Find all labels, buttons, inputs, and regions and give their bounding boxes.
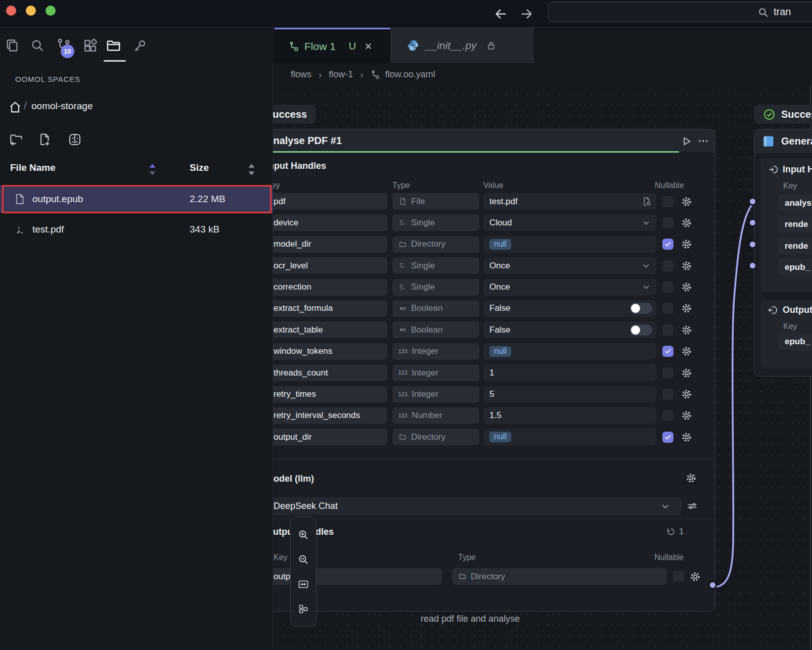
- zoom-in-button[interactable]: [297, 528, 310, 541]
- value-select[interactable]: Once: [483, 279, 656, 296]
- key-field[interactable]: window_tokens: [273, 343, 387, 360]
- flow-canvas[interactable]: Success Analyse PDF #1 Input Handles Key…: [273, 86, 812, 650]
- model-tune-button[interactable]: [686, 500, 698, 512]
- home-button[interactable]: [8, 100, 22, 114]
- nullable-checkbox[interactable]: [662, 367, 673, 379]
- close-tab-button[interactable]: [364, 42, 373, 51]
- nullable-checkbox[interactable]: [662, 196, 673, 207]
- key-field[interactable]: ocr_level: [273, 257, 387, 274]
- gear-icon[interactable]: [681, 388, 693, 400]
- gear-icon[interactable]: [685, 472, 697, 484]
- model-select[interactable]: DeepSeek Chat: [273, 497, 682, 515]
- fit-view-button[interactable]: [297, 578, 310, 591]
- gear-icon[interactable]: [681, 431, 693, 443]
- tab-flow-1[interactable]: Flow 1 U: [275, 28, 390, 63]
- reveal-in-finder-button[interactable]: [67, 131, 83, 148]
- back-button[interactable]: [491, 5, 510, 23]
- nullable-checkbox[interactable]: [662, 239, 673, 250]
- new-file-button[interactable]: [36, 131, 53, 148]
- input-handle-dot[interactable]: [748, 197, 757, 206]
- column-header-filename[interactable]: File Name: [10, 162, 56, 173]
- nullable-checkbox[interactable]: [673, 571, 684, 582]
- key-field[interactable]: pdf: [273, 193, 387, 210]
- gear-icon[interactable]: [681, 196, 693, 208]
- maximize-window-button[interactable]: [46, 6, 56, 16]
- input-field[interactable]: analys: [778, 195, 812, 211]
- gear-icon[interactable]: [681, 409, 693, 422]
- key-field[interactable]: extract_formula: [273, 300, 387, 317]
- gear-icon[interactable]: [689, 571, 701, 583]
- input-handle-dot[interactable]: [748, 218, 757, 227]
- key-field[interactable]: output_dir: [273, 429, 387, 445]
- key-field[interactable]: retry_times: [273, 386, 387, 403]
- output-handle-dot[interactable]: [708, 581, 717, 589]
- activity-search-button[interactable]: [28, 36, 47, 55]
- key-field[interactable]: threads_count: [273, 364, 387, 381]
- activity-pages-button[interactable]: [3, 36, 21, 55]
- input-field[interactable]: epub_: [778, 259, 812, 275]
- nullable-checkbox[interactable]: [662, 217, 673, 228]
- gear-icon[interactable]: [681, 281, 693, 293]
- global-search-input[interactable]: tran: [548, 2, 812, 22]
- file-picker-icon[interactable]: [641, 196, 652, 207]
- close-window-button[interactable]: [6, 6, 16, 16]
- breadcrumb-item-flow-yaml[interactable]: flow.oo.yaml: [385, 69, 435, 80]
- run-node-button[interactable]: [680, 134, 693, 148]
- activity-files-button[interactable]: [104, 36, 122, 55]
- file-row-test-pdf[interactable]: test.pdf 343 kB: [0, 216, 273, 243]
- breadcrumb-item-flow-1[interactable]: flow-1: [329, 69, 353, 80]
- key-field[interactable]: correction: [273, 279, 387, 296]
- node-generate[interactable]: Genera Input H Key analys rende rende ep…: [754, 129, 812, 377]
- current-folder-label[interactable]: oomol-storage: [31, 101, 93, 112]
- value-field[interactable]: null: [483, 236, 656, 253]
- forward-button[interactable]: [517, 5, 535, 23]
- gear-icon[interactable]: [681, 324, 693, 336]
- value-field[interactable]: 1.5: [483, 407, 656, 424]
- key-field[interactable]: retry_interval_seconds: [273, 407, 387, 424]
- file-row-output-epub[interactable]: output.epub 2.22 MB: [0, 185, 273, 213]
- handle-history-button[interactable]: 1: [666, 527, 684, 537]
- value-field[interactable]: 5: [483, 386, 656, 403]
- gear-icon[interactable]: [681, 238, 693, 250]
- gear-icon[interactable]: [681, 260, 693, 272]
- key-field[interactable]: device: [273, 214, 387, 231]
- value-field[interactable]: null: [483, 429, 656, 445]
- node-more-button[interactable]: [697, 134, 710, 148]
- input-handle-dot[interactable]: [748, 240, 757, 249]
- value-select[interactable]: Cloud: [483, 214, 656, 231]
- nullable-checkbox[interactable]: [662, 346, 673, 357]
- nullable-checkbox[interactable]: [662, 303, 673, 314]
- nullable-checkbox[interactable]: [662, 410, 673, 421]
- auto-layout-button[interactable]: [297, 602, 310, 616]
- value-field[interactable]: 1: [483, 364, 656, 381]
- key-field[interactable]: extract_table: [273, 321, 387, 338]
- gear-icon[interactable]: [681, 367, 693, 379]
- input-handle-dot[interactable]: [748, 261, 757, 270]
- input-field[interactable]: rende: [778, 238, 812, 254]
- tab-init-py[interactable]: __init__.py: [390, 28, 534, 63]
- minimize-window-button[interactable]: [26, 6, 36, 16]
- column-header-size[interactable]: Size: [190, 162, 209, 173]
- activity-secrets-button[interactable]: [130, 36, 149, 55]
- input-field[interactable]: rende: [778, 216, 812, 233]
- zoom-out-button[interactable]: [297, 553, 310, 566]
- nullable-checkbox[interactable]: [662, 282, 673, 293]
- nullable-checkbox[interactable]: [662, 260, 673, 271]
- gear-icon[interactable]: [681, 217, 693, 229]
- activity-extensions-button[interactable]: [81, 36, 99, 55]
- node-header[interactable]: Analyse PDF #1: [273, 129, 715, 152]
- filename-sort-control[interactable]: [149, 163, 156, 176]
- boolean-toggle-off[interactable]: [630, 324, 652, 336]
- key-field[interactable]: model_dir: [273, 236, 387, 253]
- size-sort-control[interactable]: [248, 163, 255, 176]
- new-folder-button[interactable]: [8, 131, 24, 148]
- value-select[interactable]: Once: [483, 257, 656, 274]
- nullable-checkbox[interactable]: [662, 324, 673, 336]
- breadcrumb-item-flows[interactable]: flows: [291, 69, 311, 80]
- output-field[interactable]: epub_: [778, 333, 812, 350]
- nullable-checkbox[interactable]: [662, 432, 673, 443]
- node-header[interactable]: Genera: [754, 129, 812, 153]
- gear-icon[interactable]: [681, 345, 693, 357]
- value-field[interactable]: test.pdf: [483, 193, 656, 210]
- value-field[interactable]: null: [483, 343, 656, 360]
